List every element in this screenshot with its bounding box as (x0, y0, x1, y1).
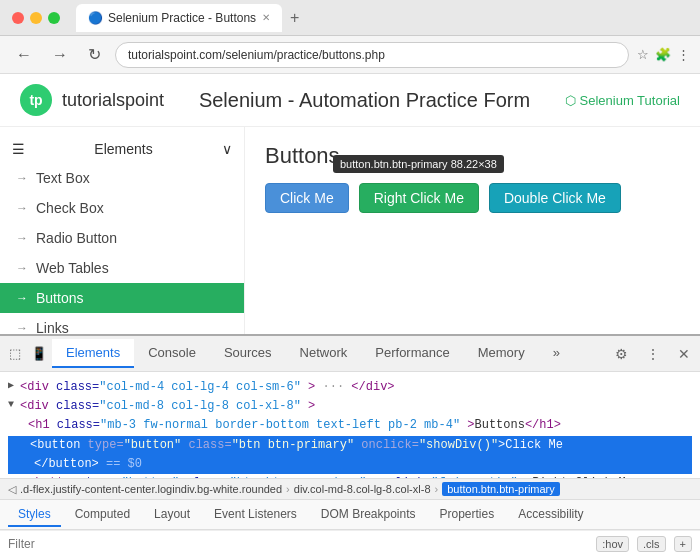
code-tag: </button> == $0 (34, 455, 142, 474)
logo-area: tp tutorialspoint (20, 84, 164, 116)
sidebar-item-checkbox[interactable]: → Check Box (0, 193, 244, 223)
arrow-icon: → (16, 291, 28, 305)
close-devtools-icon[interactable]: ✕ (672, 343, 696, 365)
sidebar-header-label: Elements (94, 141, 152, 157)
sidebar-collapse-icon: ∨ (222, 141, 232, 157)
code-line-1: ▶ <div class="col-md-4 col-lg-4 col-sm-6… (8, 378, 692, 397)
tab-sources[interactable]: Sources (210, 339, 286, 368)
tab-memory[interactable]: Memory (464, 339, 539, 368)
maximize-window-btn[interactable] (48, 12, 60, 24)
page-title: Selenium - Automation Practice Form (199, 89, 530, 112)
arrow-icon: → (16, 321, 28, 334)
right-click-me-button[interactable]: Right Click Me (359, 183, 479, 213)
browser-tabs: 🔵 Selenium Practice - Buttons ✕ + (76, 4, 688, 32)
code-line-5: </button> == $0 (8, 455, 692, 474)
page-header: tp tutorialspoint Selenium - Automation … (0, 74, 700, 127)
nav-bar: ← → ↻ ☆ 🧩 ⋮ (0, 36, 700, 74)
sidebar-header[interactable]: ☰ Elements ∨ (0, 135, 244, 163)
sidebar-item-label: Check Box (36, 200, 104, 216)
sidebar-item-radiobutton[interactable]: → Radio Button (0, 223, 244, 253)
settings-icon[interactable]: ⚙ (609, 343, 634, 365)
devtools-icon-area: ⚙ ⋮ ✕ (609, 343, 696, 365)
add-badge[interactable]: + (674, 536, 692, 552)
sidebar-header-icon: ☰ (12, 141, 25, 157)
breadcrumb-sep: › (435, 483, 439, 495)
tab-performance[interactable]: Performance (361, 339, 463, 368)
arrow-icon: → (16, 171, 28, 185)
sidebar-item-buttons[interactable]: → Buttons (0, 283, 244, 313)
hov-badge[interactable]: :hov (596, 536, 629, 552)
double-click-me-button[interactable]: Double Click Me (489, 183, 621, 213)
bottom-tab-accessibility[interactable]: Accessibility (508, 503, 593, 527)
logo-name: tutorialspoint (62, 90, 164, 111)
code-tag: <h1 class="mb-3 fw-normal border-bottom … (28, 416, 561, 435)
minimize-window-btn[interactable] (30, 12, 42, 24)
filter-input[interactable] (8, 537, 596, 551)
logo-letter: tp (29, 92, 42, 108)
arrow-icon: → (16, 261, 28, 275)
bookmark-icon[interactable]: ☆ (637, 47, 649, 62)
forward-button[interactable]: → (46, 42, 74, 68)
title-bar: 🔵 Selenium Practice - Buttons ✕ + (0, 0, 700, 36)
bottom-tab-properties[interactable]: Properties (430, 503, 505, 527)
tab-close-icon[interactable]: ✕ (262, 12, 270, 23)
tab-favicon: 🔵 (88, 11, 102, 25)
filter-bar: :hov .cls + (0, 530, 700, 556)
breadcrumb-sep: › (286, 483, 290, 495)
active-tab[interactable]: 🔵 Selenium Practice - Buttons ✕ (76, 4, 282, 32)
toggle-icon[interactable]: ▶ (8, 378, 14, 394)
bottom-tab-event-listeners[interactable]: Event Listeners (204, 503, 307, 527)
breadcrumb-item-3[interactable]: button.btn.btn-primary (442, 482, 560, 496)
breadcrumb-item-2[interactable]: div.col-md-8.col-lg-8.col-xl-8 (294, 483, 431, 495)
reload-button[interactable]: ↻ (82, 41, 107, 68)
bottom-tab-dom-breakpoints[interactable]: DOM Breakpoints (311, 503, 426, 527)
tab-elements[interactable]: Elements (52, 339, 134, 368)
breadcrumb-item-1[interactable]: .d-flex.justify-content-center.logindiv.… (20, 483, 282, 495)
devtools-bottom-tabs: Styles Computed Layout Event Listeners D… (0, 500, 700, 530)
sidebar-item-links[interactable]: → Links (0, 313, 244, 334)
page-content: tp tutorialspoint Selenium - Automation … (0, 74, 700, 334)
back-button[interactable]: ← (10, 42, 38, 68)
click-me-button[interactable]: Click Me (265, 183, 349, 213)
sidebar-item-webtables[interactable]: → Web Tables (0, 253, 244, 283)
content-area: Buttons button.btn.btn-primary 88.22×38 … (245, 127, 700, 334)
tab-title: Selenium Practice - Buttons (108, 11, 256, 25)
nav-icon-area: ☆ 🧩 ⋮ (637, 47, 690, 62)
arrow-icon: → (16, 231, 28, 245)
tab-more[interactable]: » (539, 339, 574, 368)
sidebar-item-textbox[interactable]: → Text Box (0, 163, 244, 193)
logo-icon: tp (20, 84, 52, 116)
code-tag: <div class="col-md-4 col-lg-4 col-sm-6" … (20, 378, 395, 397)
devtools-tab-bar: ⬚ 📱 Elements Console Sources Network Per… (0, 336, 700, 372)
sidebar: ☰ Elements ∨ → Text Box → Check Box → Ra… (0, 127, 245, 334)
sidebar-item-label: Buttons (36, 290, 83, 306)
more-options-icon[interactable]: ⋮ (640, 343, 666, 365)
address-bar[interactable] (115, 42, 629, 68)
extensions-icon[interactable]: 🧩 (655, 47, 671, 62)
sidebar-item-label: Links (36, 320, 69, 334)
bottom-tab-layout[interactable]: Layout (144, 503, 200, 527)
tooltip-box: button.btn.btn-primary 88.22×38 (333, 155, 504, 173)
devtools-device-icon[interactable]: 📱 (26, 344, 52, 363)
tab-network[interactable]: Network (286, 339, 362, 368)
header-link[interactable]: ⬡ Selenium Tutorial (565, 93, 680, 108)
code-tag: <div class="col-md-8 col-lg-8 col-xl-8" … (20, 397, 315, 416)
traffic-lights (12, 12, 60, 24)
button-area: button.btn.btn-primary 88.22×38 Click Me… (265, 183, 680, 213)
filter-hints: :hov .cls + (596, 536, 692, 552)
bottom-tab-styles[interactable]: Styles (8, 503, 61, 527)
code-area: ▶ <div class="col-md-4 col-lg-4 col-sm-6… (0, 372, 700, 478)
code-line-2: ▼ <div class="col-md-8 col-lg-8 col-xl-8… (8, 397, 692, 416)
main-area: ☰ Elements ∨ → Text Box → Check Box → Ra… (0, 127, 700, 334)
cls-badge[interactable]: .cls (637, 536, 666, 552)
element-icon: ◁ (8, 483, 16, 496)
arrow-icon: → (16, 201, 28, 215)
sidebar-item-label: Web Tables (36, 260, 109, 276)
tab-console[interactable]: Console (134, 339, 210, 368)
bottom-tab-computed[interactable]: Computed (65, 503, 140, 527)
new-tab-button[interactable]: + (286, 9, 303, 27)
menu-icon[interactable]: ⋮ (677, 47, 690, 62)
close-window-btn[interactable] (12, 12, 24, 24)
devtools-inspect-icon[interactable]: ⬚ (4, 344, 26, 363)
toggle-icon[interactable]: ▼ (8, 397, 14, 413)
